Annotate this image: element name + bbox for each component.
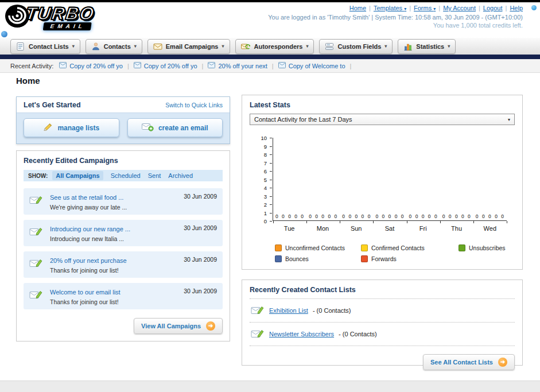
tab-email-campaigns[interactable]: Email Campaigns▾ [147,39,230,54]
contacts-icon [91,42,100,51]
chart-value-group: 0 0 0 0 0 [340,214,373,220]
contact-list-link[interactable]: Exhibition List [269,307,308,314]
filter-sent[interactable]: Sent [148,172,161,179]
x-tick-mark [473,221,474,223]
chevron-down-icon: ▾ [72,44,75,49]
recently-edited-campaigns-panel: Recently Edited Campaigns SHOW: All Camp… [16,150,230,341]
legend-label: Bounces [285,255,309,262]
top-link-templates[interactable]: Templates ▾ [374,5,406,11]
chevron-down-icon: ▾ [508,117,510,122]
mail-icon [134,62,141,69]
campaign-title-link[interactable]: See us at the retail food ... [50,194,123,201]
campaign-date: 30 Jun 2009 [184,256,217,263]
legend-color-swatch [361,244,368,251]
chart-legend: Unconfirmed ContactsConfirmed ContactsUn… [275,244,515,262]
recent-activity-item[interactable]: 20% off your next [208,62,267,69]
contact-list-item[interactable]: Exhibition List- (0 Contacts) [250,299,515,323]
tab-label: Email Campaigns [166,43,219,50]
x-axis-label: Fri [406,225,440,232]
separator: | [506,5,507,11]
separator: | [350,63,352,69]
recent-activity-link[interactable]: Copy of Welcome to [289,63,345,69]
mail-icon [278,62,286,69]
contact-count: - (0 Contacts) [339,331,377,337]
chevron-down-icon: ▾ [448,44,450,49]
separator: | [479,5,480,11]
campaign-title-link[interactable]: Introducing our new range ... [50,226,130,232]
filter-scheduled[interactable]: Scheduled [111,172,141,179]
view-all-row: View All Campaigns ➜ [24,318,223,334]
page: TURBO EMAIL Home|Templates ▾|Forms ▾|My … [0,0,540,392]
legend-label: Forwards [371,255,397,262]
x-tick-mark [407,221,407,223]
x-tick-mark [273,221,274,223]
campaign-date: 30 Jun 2009 [184,193,217,200]
contact-list-item[interactable]: Newsletter Subscribers- (0 Contacts) [250,323,515,346]
chart-plot-area: 0 0 0 0 00 0 0 0 00 0 0 0 00 0 0 0 00 0 … [273,138,507,221]
chevron-down-icon: ▾ [134,44,137,49]
show-label: SHOW: [28,173,48,179]
separator: | [369,5,371,11]
filter-all-campaigns[interactable]: All Campaigns [52,171,103,180]
legend-color-swatch [459,244,465,251]
tab-contacts[interactable]: Contacts▾ [86,39,142,54]
top-link-help[interactable]: Help [510,5,523,11]
campaign-title-link[interactable]: 20% off your next purchase [50,257,127,264]
recent-activity-items: Copy of 20% off yo|Copy of 20% off yo|20… [59,62,356,69]
y-tick-label: 9 [264,143,267,150]
contact-count: - (0 Contacts) [313,307,351,314]
logo-title: TURBO [24,3,96,24]
recent-activity-item[interactable]: Copy of 20% off yo [59,62,123,69]
campaign-filters: All CampaignsScheduledSentArchived [52,172,200,179]
campaign-subtitle: Thanks for joining our list! [50,298,218,305]
chevron-down-icon: ▾ [222,44,224,49]
campaign-row[interactable]: Introducing our new range ...Introducing… [24,220,223,246]
separator: | [272,63,274,69]
recently-created-contact-lists-panel: Recently Created Contact Lists Exhibitio… [242,280,523,366]
recent-activity-item[interactable]: Copy of 20% off yo [134,62,197,69]
manage-lists-button[interactable]: manage lists [24,118,119,137]
stats-period-select[interactable]: Contact Activity for the Last 7 Days ▾ [250,114,515,125]
top-link-my-account[interactable]: My Account [443,5,476,11]
recent-activity-link[interactable]: 20% off your next [218,63,267,69]
notification-dot [531,5,537,10]
campaign-title-link[interactable]: Welcome to our email list [50,289,121,296]
tab-contact-lists[interactable]: Contact Lists▾ [10,39,80,54]
view-all-campaigns-button[interactable]: View All Campaigns ➜ [134,318,223,334]
mail-icon [208,62,215,69]
switch-to-quick-links-link[interactable]: Switch to Quick Links [165,102,223,108]
campaign-row[interactable]: Welcome to our email listThanks for join… [24,283,223,309]
top-link-logout[interactable]: Logout [483,5,503,11]
y-tick-label: 5 [264,177,267,183]
x-tick-mark [373,221,374,223]
see-all-contact-lists-button[interactable]: See All Contact Lists ➜ [423,354,515,370]
top-link-forms[interactable]: Forms ▾ [414,5,436,11]
mail-edit-icon [29,257,43,271]
campaign-row[interactable]: 20% off your next purchaseThanks for joi… [24,251,223,278]
turbo-email-logo: TURBO EMAIL [5,3,94,31]
recent-activity-item[interactable]: Copy of Welcome to [278,62,345,69]
recent-activity-link[interactable]: Copy of 20% off yo [69,63,123,69]
top-link-home[interactable]: Home [349,5,366,11]
create-an-email-button[interactable]: create an email [127,118,223,137]
campaign-row[interactable]: See us at the retail food ...We're givin… [24,188,223,215]
mail-icon [59,62,67,69]
y-tick-label: 0 [264,218,267,224]
contact-list-link[interactable]: Newsletter Subscribers [269,331,334,337]
x-axis-label: Sun [340,225,373,232]
credits-info: You have 1,000 total credits left. [268,22,523,29]
mail-edit-icon [251,327,265,341]
recent-activity-link[interactable]: Copy of 20% off yo [144,63,197,69]
y-tick-mark [270,221,272,222]
legend-label: Confirmed Contacts [371,244,425,251]
y-tick-label: 10 [261,135,267,141]
filter-archived[interactable]: Archived [168,172,193,179]
x-axis-label: Sat [373,225,406,232]
x-tick-mark [507,221,507,223]
tab-custom-fields[interactable]: Custom Fields▾ [319,39,393,54]
tab-autoresponders[interactable]: Autoresponders▾ [235,39,314,54]
tab-statistics[interactable]: Statistics▾ [398,39,456,54]
legend-color-swatch [275,244,282,251]
y-tick-label: 8 [264,152,267,158]
legend-item: Unsubscribes [459,244,515,251]
